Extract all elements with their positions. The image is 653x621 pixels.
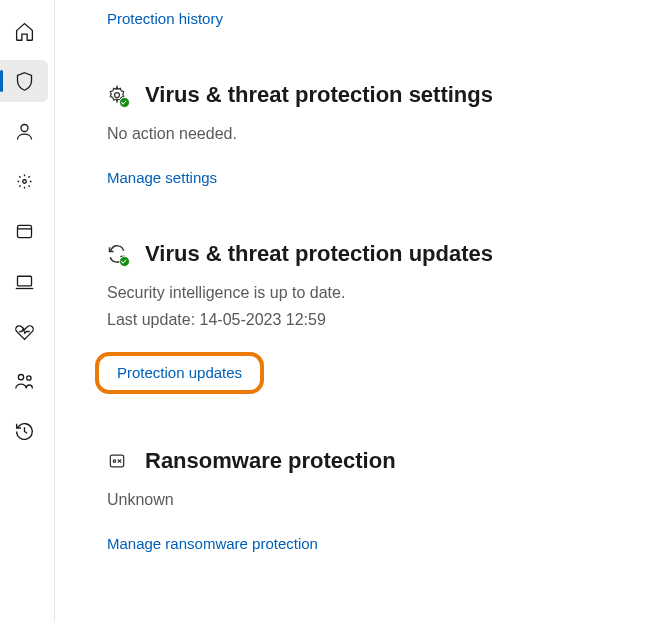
settings-status: No action needed. [107, 120, 653, 147]
svg-point-4 [18, 374, 23, 379]
updates-title: Virus & threat protection updates [145, 241, 493, 267]
updates-last-update: Last update: 14-05-2023 12:59 [107, 306, 653, 333]
section-ransomware-header: Ransomware protection [107, 448, 653, 474]
protection-history-link[interactable]: Protection history [107, 10, 223, 27]
svg-point-5 [26, 375, 30, 379]
ransomware-status: Unknown [107, 486, 653, 513]
updates-body: Security intelligence is up to date. Las… [107, 279, 653, 333]
status-ok-badge [119, 256, 130, 267]
svg-rect-7 [110, 455, 123, 467]
nav-home[interactable] [0, 10, 48, 52]
account-icon [14, 121, 35, 142]
nav-app-browser[interactable] [0, 210, 48, 252]
family-icon [14, 371, 35, 392]
svg-point-8 [113, 459, 116, 462]
manage-settings-link[interactable]: Manage settings [107, 169, 217, 186]
section-updates-header: Virus & threat protection updates [107, 241, 653, 267]
svg-rect-2 [17, 225, 31, 237]
updates-status: Security intelligence is up to date. [107, 279, 653, 306]
gear-icon [107, 85, 127, 105]
ransomware-title: Ransomware protection [145, 448, 396, 474]
section-settings: Virus & threat protection settings No ac… [107, 82, 653, 187]
nav-device-security[interactable] [0, 260, 48, 302]
history-icon [14, 421, 35, 442]
sidebar [0, 0, 55, 621]
highlight-annotation: Protection updates [95, 352, 264, 394]
section-updates: Virus & threat protection updates Securi… [107, 241, 653, 393]
nav-virus-threat[interactable] [0, 60, 48, 102]
section-settings-header: Virus & threat protection settings [107, 82, 653, 108]
shield-icon [14, 71, 35, 92]
heart-pulse-icon [14, 321, 35, 342]
nav-firewall[interactable] [0, 160, 48, 202]
firewall-icon [14, 171, 35, 192]
main-content: Protection history Virus & threat protec… [55, 0, 653, 621]
app-browser-icon [14, 221, 35, 242]
home-icon [14, 21, 35, 42]
nav-family[interactable] [0, 360, 48, 402]
svg-point-0 [21, 124, 28, 131]
nav-device-performance[interactable] [0, 310, 48, 352]
section-ransomware: Ransomware protection Unknown Manage ran… [107, 448, 653, 553]
svg-point-1 [22, 179, 26, 183]
protection-updates-link[interactable]: Protection updates [117, 364, 242, 381]
nav-history[interactable] [0, 410, 48, 452]
svg-rect-3 [17, 276, 31, 286]
laptop-icon [14, 271, 35, 292]
svg-point-6 [115, 93, 120, 98]
manage-ransomware-link[interactable]: Manage ransomware protection [107, 535, 318, 552]
settings-title: Virus & threat protection settings [145, 82, 493, 108]
nav-account[interactable] [0, 110, 48, 152]
status-ok-badge [119, 97, 130, 108]
refresh-icon [107, 244, 127, 264]
ransomware-icon [107, 451, 127, 471]
